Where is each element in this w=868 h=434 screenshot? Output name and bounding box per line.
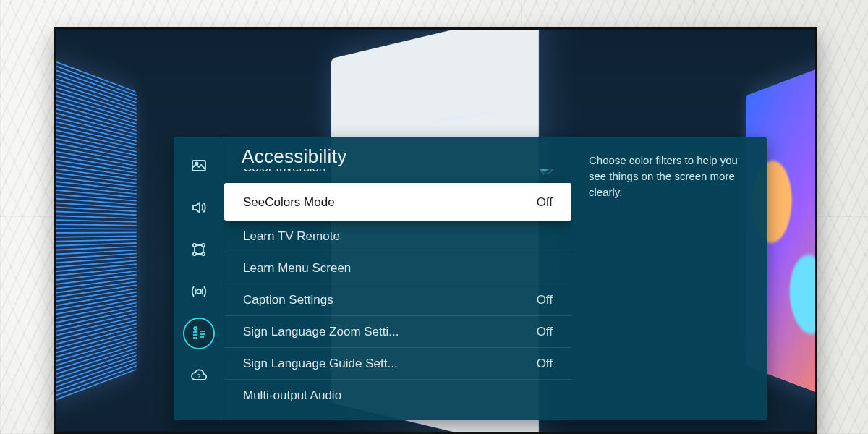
settings-row-sign-language-guide[interactable]: Sign Language Guide Sett... Off bbox=[224, 347, 571, 379]
settings-list-scroll[interactable]: Color Inversion SeeColors Mode Off Learn… bbox=[224, 169, 571, 420]
settings-row-value: Off bbox=[537, 195, 553, 210]
toggle-indicator bbox=[540, 169, 553, 174]
settings-list-column: Accessibility Color Inversion SeeColors … bbox=[224, 137, 571, 420]
support-cloud-icon: ? bbox=[190, 367, 208, 384]
settings-row-label: Caption Settings bbox=[243, 293, 333, 307]
sidebar-item-broadcast[interactable] bbox=[183, 276, 215, 307]
sound-icon bbox=[190, 199, 208, 216]
svg-point-6 bbox=[197, 289, 201, 294]
svg-point-2 bbox=[192, 244, 195, 247]
svg-point-7 bbox=[194, 327, 197, 330]
settings-row-value: Off bbox=[537, 293, 553, 307]
picture-icon bbox=[190, 157, 208, 174]
settings-row-caption-settings[interactable]: Caption Settings Off bbox=[224, 284, 571, 315]
settings-row-label: Sign Language Zoom Setti... bbox=[243, 325, 399, 339]
settings-row-multi-output-audio[interactable]: Multi-output Audio bbox=[224, 379, 571, 411]
settings-row-color-inversion[interactable]: Color Inversion bbox=[224, 169, 571, 184]
sidebar-item-accessibility[interactable] bbox=[183, 318, 215, 349]
bg-plane-left bbox=[56, 59, 137, 403]
settings-row-label: Sign Language Guide Sett... bbox=[243, 357, 398, 371]
settings-row-learn-tv-remote[interactable]: Learn TV Remote bbox=[224, 220, 571, 252]
svg-text:?: ? bbox=[197, 373, 200, 380]
settings-row-label: Color Inversion bbox=[243, 169, 326, 175]
sidebar-item-picture[interactable] bbox=[183, 150, 215, 182]
accessibility-icon bbox=[190, 325, 208, 342]
settings-row-label: SeeColors Mode bbox=[243, 195, 335, 210]
panel-title: Accessibility bbox=[224, 144, 571, 169]
settings-content: Accessibility Color Inversion SeeColors … bbox=[224, 137, 767, 420]
settings-row-value: Off bbox=[537, 357, 553, 371]
svg-point-5 bbox=[201, 252, 204, 255]
settings-row-seecolors-mode[interactable]: SeeColors Mode Off bbox=[224, 183, 571, 221]
settings-row-learn-menu-screen[interactable]: Learn Menu Screen bbox=[224, 252, 571, 284]
settings-row-label: Learn Menu Screen bbox=[243, 261, 351, 276]
broadcast-icon bbox=[190, 283, 208, 300]
settings-overlay: ? Accessibility Color Inversion SeeCo bbox=[174, 137, 767, 420]
svg-point-1 bbox=[195, 162, 197, 164]
sidebar-item-connections[interactable] bbox=[183, 234, 215, 265]
settings-sidebar: ? bbox=[174, 137, 224, 420]
settings-row-sign-language-zoom[interactable]: Sign Language Zoom Setti... Off bbox=[224, 315, 571, 347]
svg-point-4 bbox=[192, 252, 195, 255]
room-background: ? Accessibility Color Inversion SeeCo bbox=[0, 0, 868, 434]
tv-frame: ? Accessibility Color Inversion SeeCo bbox=[54, 27, 817, 434]
settings-row-label: Multi-output Audio bbox=[243, 388, 341, 403]
settings-description: Choose color filters to help you see thi… bbox=[571, 137, 767, 420]
settings-row-label: Learn TV Remote bbox=[243, 229, 340, 244]
sidebar-item-support[interactable]: ? bbox=[183, 359, 215, 391]
sidebar-item-sound[interactable] bbox=[183, 192, 215, 224]
svg-point-3 bbox=[201, 244, 204, 247]
settings-row-value: Off bbox=[537, 325, 553, 339]
settings-list: Color Inversion SeeColors Mode Off Learn… bbox=[224, 169, 571, 411]
connections-icon bbox=[190, 241, 208, 258]
